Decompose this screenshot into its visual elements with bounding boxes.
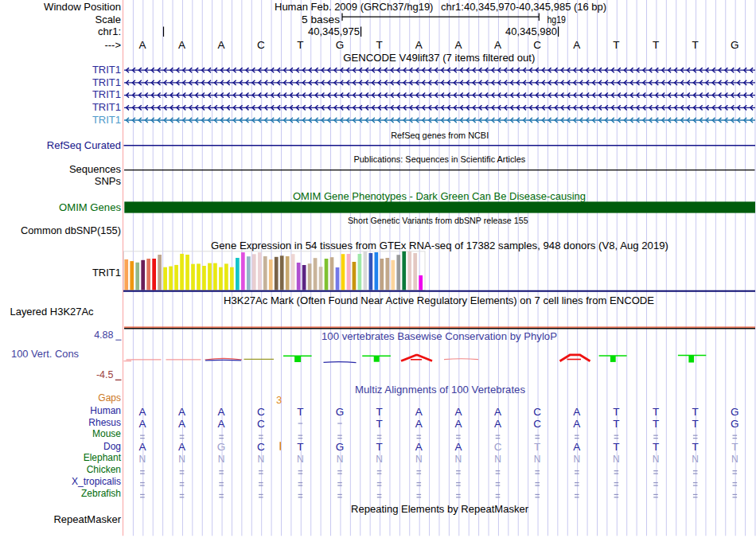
svg-text:100 Vert. Cons: 100 Vert. Cons [11, 348, 79, 360]
svg-text:Layered H3K27Ac: Layered H3K27Ac [10, 306, 94, 318]
svg-text:Human: Human [90, 405, 121, 416]
svg-text:RefSeq Curated: RefSeq Curated [47, 139, 121, 151]
svg-text:Human Feb. 2009 (GRCh37/hg19): Human Feb. 2009 (GRCh37/hg19) [275, 1, 433, 13]
svg-text:chr1:: chr1: [98, 25, 121, 37]
svg-text:OMIM Genes: OMIM Genes [59, 201, 122, 213]
svg-text:TRIT1: TRIT1 [92, 76, 121, 88]
svg-text:TRIT1: TRIT1 [92, 88, 121, 100]
svg-text:Gaps: Gaps [98, 392, 121, 404]
svg-text:40,345,975: 40,345,975 [308, 25, 360, 37]
svg-text:--->: ---> [104, 39, 121, 51]
svg-text:AAACTGTAAACATTTG: AAACTGTAAACATTTG [138, 406, 738, 418]
svg-text:Elephant: Elephant [84, 452, 122, 463]
svg-text:100 vertebrates Basewise Conse: 100 vertebrates Basewise Conservation by… [321, 331, 557, 342]
svg-text:Zebrafish: Zebrafish [81, 488, 121, 499]
svg-text:AAACTGTAAACATTTG: AAACTGTAAACATTTG [138, 39, 738, 51]
svg-text:Mouse: Mouse [92, 428, 121, 439]
svg-text:Gene Expression in 54 tissues: Gene Expression in 54 tissues from GTEx … [211, 240, 668, 251]
svg-text:TRIT1: TRIT1 [92, 114, 121, 126]
svg-text:RepeatMasker: RepeatMasker [53, 513, 121, 525]
svg-text:TRIT1: TRIT1 [92, 101, 121, 113]
svg-text:TRIT1: TRIT1 [92, 64, 121, 76]
svg-text:Short Genetic Variants from db: Short Genetic Variants from dbSNP releas… [348, 216, 528, 225]
svg-text:chr1:40,345,970-40,345,985 (16: chr1:40,345,970-40,345,985 (16 bp) [441, 1, 606, 13]
svg-text:Common dbSNP(155): Common dbSNP(155) [21, 224, 121, 236]
svg-text:40,345,980: 40,345,980 [505, 25, 557, 37]
svg-text:AAACTAAACATTTG: AAACTAAACATTTG [138, 418, 738, 430]
svg-text:GCTT: GCTT [217, 441, 738, 453]
svg-text:NNNNNNNNNNNNNNNN: NNNNNNNNNNNNNNNN [139, 454, 738, 465]
svg-text:X_tropicalis: X_tropicalis [72, 476, 121, 487]
svg-text:Rhesus: Rhesus [88, 417, 121, 428]
svg-text:3: 3 [276, 394, 282, 406]
svg-text:SNPs: SNPs [95, 175, 122, 187]
svg-text:GENCODE V49lift37 (7 items fil: GENCODE V49lift37 (7 items filtered out) [343, 53, 535, 64]
svg-text:hg19: hg19 [548, 14, 567, 25]
svg-text:RefSeq genes from NCBI: RefSeq genes from NCBI [391, 131, 489, 140]
svg-text:4.88: 4.88 [94, 329, 113, 341]
svg-text:Scale: Scale [95, 14, 121, 25]
svg-text:H3K27Ac Mark (Often Found Near: H3K27Ac Mark (Often Found Near Active Re… [224, 295, 654, 306]
svg-text:Publications: Sequences in Sci: Publications: Sequences in Scientific Ar… [354, 154, 526, 164]
svg-text:Sequences: Sequences [69, 163, 122, 175]
svg-text:Multiz Alignments of 100 Verte: Multiz Alignments of 100 Vertebrates [355, 384, 525, 396]
svg-text:5 bases: 5 bases [302, 14, 341, 25]
svg-text:-4.5: -4.5 [96, 369, 114, 380]
svg-text:Window Position: Window Position [44, 1, 121, 13]
svg-text:TRIT1: TRIT1 [92, 267, 121, 279]
svg-text:Repeating Elements by RepeatMa: Repeating Elements by RepeatMasker [351, 504, 528, 515]
svg-text:Dog: Dog [103, 441, 121, 452]
svg-text:OMIM Gene Phenotypes - Dark Gr: OMIM Gene Phenotypes - Dark Green Can Be… [293, 190, 586, 202]
svg-text:Chicken: Chicken [87, 464, 121, 475]
